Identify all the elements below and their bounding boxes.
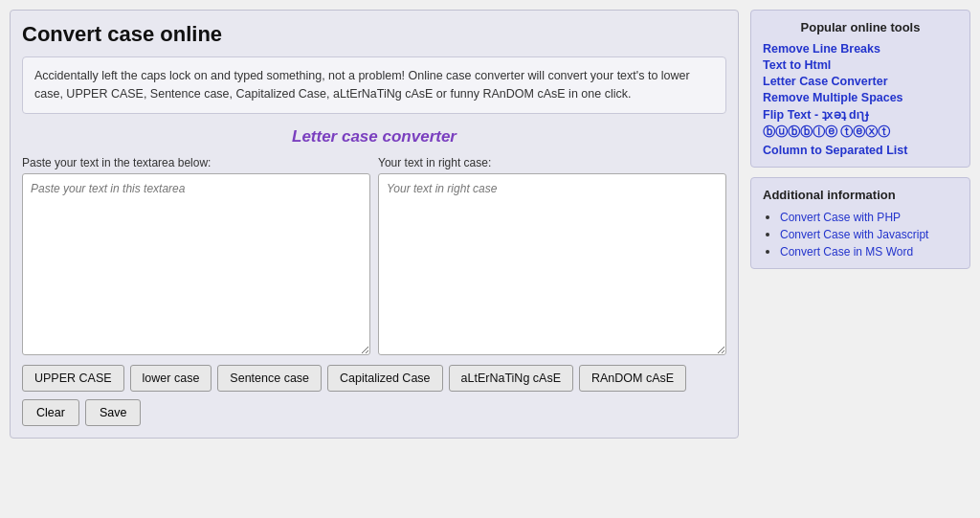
sentence-case-button[interactable]: Sentence case: [217, 365, 322, 392]
additional-link-item: Convert Case with PHP: [780, 210, 958, 224]
additional-link-item: Convert Case with Javascript: [780, 227, 958, 241]
additional-link-word[interactable]: Convert Case in MS Word: [780, 245, 913, 259]
output-textarea[interactable]: [378, 173, 726, 355]
description-box: Accidentally left the caps lock on and t…: [22, 56, 726, 114]
textarea-labels: Paste your text in the textarea below: Y…: [22, 156, 726, 169]
additional-links-list: Convert Case with PHP Convert Case with …: [763, 210, 958, 259]
description-text: Accidentally left the caps lock on and t…: [34, 69, 690, 101]
random-case-button[interactable]: RAnDOM cAsE: [579, 365, 686, 392]
sidebar: Popular online tools Remove Line Breaks …: [750, 10, 970, 439]
sidebar-link-remove-multiple-spaces[interactable]: Remove Multiple Spaces: [763, 91, 958, 104]
popular-tools-links: Remove Line Breaks Text to Html Letter C…: [763, 42, 958, 157]
page-title: Convert case online: [22, 22, 726, 47]
additional-info-box: Additional information Convert Case with…: [750, 177, 970, 269]
popular-tools-title: Popular online tools: [763, 20, 958, 34]
lower-case-button[interactable]: lower case: [130, 365, 212, 392]
upper-case-button[interactable]: UPPER CASE: [22, 365, 124, 392]
capitalized-case-button[interactable]: Capitalized Case: [327, 365, 443, 392]
converter-title: Letter case converter: [22, 127, 726, 146]
action-buttons-row: Clear Save: [22, 399, 726, 426]
popular-tools-box: Popular online tools Remove Line Breaks …: [750, 10, 970, 168]
sidebar-link-remove-line-breaks[interactable]: Remove Line Breaks: [763, 42, 958, 56]
sidebar-link-text-to-html[interactable]: Text to Html: [763, 58, 958, 72]
additional-link-js[interactable]: Convert Case with Javascript: [780, 228, 928, 241]
right-textarea-label: Your text in right case:: [378, 156, 726, 169]
additional-info-title: Additional information: [763, 188, 958, 202]
textarea-row: [22, 173, 726, 355]
additional-link-item: Convert Case in MS Word: [780, 244, 958, 259]
sidebar-link-letter-case-converter[interactable]: Letter Case Converter: [763, 75, 958, 88]
sidebar-link-bubble-text[interactable]: ⓑⓤⓑⓑⓛⓔ ⓣⓔⓧⓣ: [763, 124, 958, 141]
save-button[interactable]: Save: [85, 399, 142, 426]
alternating-case-button[interactable]: aLtErNaTiNg cAsE: [449, 365, 573, 392]
sidebar-link-flip-text[interactable]: Flip Text - ʇxǝʇ dıʅɟ: [763, 107, 958, 122]
additional-link-php[interactable]: Convert Case with PHP: [780, 211, 901, 224]
case-buttons-row: UPPER CASE lower case Sentence case Capi…: [22, 365, 726, 392]
input-textarea[interactable]: [22, 173, 370, 355]
main-content: Convert case online Accidentally left th…: [10, 10, 739, 439]
clear-button[interactable]: Clear: [22, 399, 79, 426]
sidebar-link-column-to-list[interactable]: Column to Separated List: [763, 144, 958, 157]
left-textarea-label: Paste your text in the textarea below:: [22, 156, 370, 169]
